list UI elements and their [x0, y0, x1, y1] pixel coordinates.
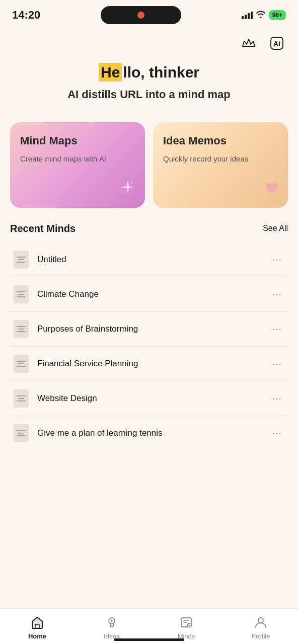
mind-doc-icon	[12, 285, 30, 303]
recent-minds-title: Recent Minds	[10, 223, 76, 234]
mind-list-item[interactable]: Untitled ···	[10, 243, 288, 277]
mind-doc-icon	[12, 251, 30, 269]
nav-profile[interactable]: Profile	[241, 615, 281, 640]
home-indicator	[114, 638, 184, 641]
mind-item-more-button[interactable]: ···	[268, 425, 286, 441]
idea-memos-card[interactable]: Idea Memos Quickly record your ideas	[153, 122, 288, 208]
mind-item-name: Untitled	[37, 255, 268, 265]
profile-icon	[253, 615, 268, 630]
camera-dot	[137, 12, 144, 19]
see-all-button[interactable]: See All	[263, 224, 288, 233]
mind-doc-icon	[12, 424, 30, 442]
recent-minds-section: Recent Minds See All Untitled ··· Climat…	[0, 213, 298, 450]
svg-point-3	[131, 182, 133, 184]
mind-list: Untitled ··· Climate Change ··· Purposes…	[10, 243, 288, 450]
idea-memos-card-title: Idea Memos	[163, 134, 278, 147]
signal-icon	[242, 11, 253, 19]
top-actions: Ai	[0, 28, 298, 58]
mind-maps-card-desc: Create mind maps with AI	[20, 153, 135, 164]
minds-icon	[179, 615, 194, 630]
mind-item-name: Climate Change	[37, 289, 268, 299]
sparkle-icon	[119, 178, 137, 200]
nav-ideas[interactable]: Ideas	[92, 615, 132, 640]
hero-title: Hello, thinker	[99, 63, 199, 82]
mind-item-name: Financial Service Planning	[37, 359, 268, 369]
svg-point-2	[126, 186, 129, 189]
mind-item-more-button[interactable]: ···	[268, 321, 286, 337]
status-icons: 96+	[242, 10, 286, 20]
ai-button[interactable]: Ai	[266, 32, 288, 54]
feature-cards: Mind Maps Create mind maps with AI Idea …	[0, 112, 298, 213]
mind-doc-icon	[12, 355, 30, 373]
mind-doc-icon	[12, 389, 30, 408]
mind-list-item[interactable]: Give me a plan of learning tennis ···	[10, 416, 288, 450]
mind-list-item[interactable]: Purposes of Brainstorming ···	[10, 312, 288, 347]
svg-text:Ai: Ai	[273, 40, 280, 48]
mind-doc-icon	[12, 320, 30, 338]
mind-item-more-button[interactable]: ···	[268, 390, 286, 406]
hero-section: Hello, thinker AI distills URL into a mi…	[0, 58, 298, 112]
premium-button[interactable]	[238, 32, 260, 54]
recent-minds-header: Recent Minds See All	[10, 223, 288, 234]
status-bar: 14:20 96+	[0, 0, 298, 28]
heart-icon	[264, 180, 280, 200]
mind-item-more-button[interactable]: ···	[268, 356, 286, 371]
mind-maps-card[interactable]: Mind Maps Create mind maps with AI	[10, 122, 145, 208]
svg-point-4	[123, 192, 124, 193]
hero-greeting: Hello, thinker	[15, 63, 283, 82]
status-time: 14:20	[12, 9, 40, 22]
svg-point-9	[258, 618, 263, 623]
nav-home[interactable]: Home	[17, 615, 57, 640]
mind-list-item[interactable]: Climate Change ···	[10, 277, 288, 312]
wifi-icon	[256, 10, 266, 20]
mind-item-more-button[interactable]: ···	[268, 286, 286, 302]
mind-item-name: Give me a plan of learning tennis	[37, 428, 268, 438]
nav-home-label: Home	[28, 632, 46, 640]
idea-memos-card-desc: Quickly record your ideas	[163, 153, 278, 164]
battery-badge: 96+	[269, 10, 286, 20]
ideas-icon	[104, 615, 119, 630]
mind-maps-card-title: Mind Maps	[20, 134, 135, 147]
mind-item-name: Purposes of Brainstorming	[37, 324, 268, 334]
mind-list-item[interactable]: Financial Service Planning ···	[10, 347, 288, 381]
hello-highlight: He	[99, 63, 122, 82]
mind-item-more-button[interactable]: ···	[268, 252, 286, 267]
mind-item-name: Website Design	[37, 393, 268, 404]
dynamic-island	[101, 6, 181, 24]
home-icon	[30, 615, 45, 630]
nav-minds[interactable]: Minds	[166, 615, 206, 640]
mind-list-item[interactable]: Website Design ···	[10, 381, 288, 416]
hero-subtitle: AI distills URL into a mind map	[15, 88, 283, 102]
nav-profile-label: Profile	[252, 632, 270, 640]
